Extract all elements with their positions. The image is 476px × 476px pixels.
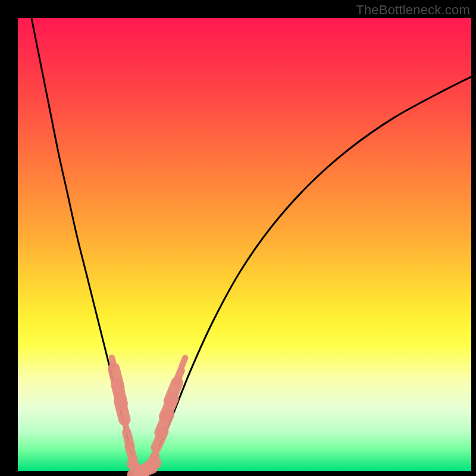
plot-area bbox=[18, 18, 471, 471]
curve-marker bbox=[120, 400, 124, 419]
bottleneck-curve bbox=[32, 18, 471, 471]
curve-marker bbox=[181, 358, 185, 367]
curve-marker bbox=[177, 370, 181, 381]
watermark-text: TheBottleneck.com bbox=[356, 2, 470, 18]
curve-svg bbox=[18, 18, 471, 471]
chart-frame: TheBottleneck.com bbox=[0, 0, 476, 476]
